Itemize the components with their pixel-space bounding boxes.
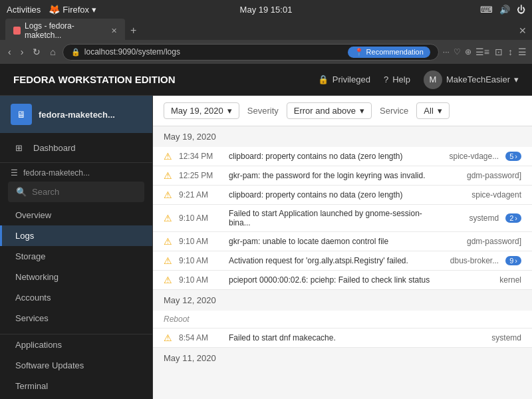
browser-menu-icons: ☰≡ ⊡ ↕ ☰ xyxy=(475,47,527,57)
date-filter[interactable]: May 19, 2020 ▾ xyxy=(164,102,239,119)
date-separator-may11: May 11, 2020 xyxy=(153,348,532,368)
sidebar-sub-section: Applications Software Updates Terminal xyxy=(0,334,152,396)
log-message: clipboard: property contains no data (ze… xyxy=(229,152,432,161)
service-filter[interactable]: All ▾ xyxy=(416,102,449,119)
chevron-down-icon: ▾ xyxy=(360,106,364,116)
active-tab[interactable]: Logs - fedora-maketch... ✕ xyxy=(5,19,125,43)
date-separator-may19: May 19, 2020 xyxy=(153,126,532,147)
log-message: pcieport 0000:00:02.6: pciehp: Failed to… xyxy=(229,275,455,285)
more-button[interactable]: ··· xyxy=(443,47,450,57)
sidebar-item-services[interactable]: Services xyxy=(0,308,152,329)
severity-label: Severity xyxy=(247,106,279,116)
address-bar: ‹ › ↻ ⌂ 🔒 localhost:9090/system/logs 📍 R… xyxy=(0,40,532,64)
os-bar: Activities 🦊 Firefox ▾ May 19 15:01 ⌨ 🔊 … xyxy=(0,0,532,19)
log-time: 12:34 PM xyxy=(179,152,222,161)
chevron-right-icon: › xyxy=(515,214,517,222)
browser-close-button[interactable]: ✕ xyxy=(519,25,527,36)
log-time: 9:10 AM xyxy=(179,237,222,246)
menu-button[interactable]: ☰ xyxy=(518,47,527,57)
sidebar-host-section: ☰ fedora-maketech... 🔍 Overview Logs Sto… xyxy=(0,162,152,329)
log-row[interactable]: ⚠ 9:10 AM pcieport 0000:00:02.6: pciehp:… xyxy=(153,271,532,290)
warning-icon: ⚠ xyxy=(164,190,172,200)
sidebar-item-networking[interactable]: Networking xyxy=(0,267,152,287)
app-header: FEDORA WORKSTATION EDITION 🔒 Privileged … xyxy=(0,64,532,96)
log-service: dbus-broker... xyxy=(439,256,499,265)
host-section-icon: ☰ xyxy=(11,168,18,178)
log-row[interactable]: ⚠ 12:25 PM gkr-pam: the password for the… xyxy=(153,166,532,186)
reboot-label: Reboot xyxy=(153,311,532,329)
log-service: gdm-password] xyxy=(462,237,521,246)
log-service: spice-vdage... xyxy=(439,152,499,161)
sidebar-item-accounts[interactable]: Accounts xyxy=(0,287,152,308)
warning-icon: ⚠ xyxy=(164,332,172,343)
host-icon: 🖥 xyxy=(11,104,32,125)
content-area: May 19, 2020 ▾ Severity Error and above … xyxy=(153,96,532,399)
home-button[interactable]: ⌂ xyxy=(47,45,58,59)
log-time: 9:10 AM xyxy=(179,256,222,265)
sync-icon[interactable]: ↕ xyxy=(508,47,513,57)
firefox-menu[interactable]: 🦊 Firefox ▾ xyxy=(49,4,96,15)
search-input[interactable] xyxy=(32,187,136,197)
sidebar-item-terminal[interactable]: Terminal xyxy=(0,376,152,396)
dashboard-icon: ⊞ xyxy=(11,140,27,156)
log-row[interactable]: ⚠ 12:34 PM clipboard: property contains … xyxy=(153,147,532,166)
log-row[interactable]: ⚠ 9:21 AM clipboard: property contains n… xyxy=(153,186,532,205)
activities-button[interactable]: Activities xyxy=(7,5,41,15)
log-row[interactable]: ⚠ 8:54 AM Failed to start dnf makecache.… xyxy=(153,329,532,348)
warning-icon: ⚠ xyxy=(164,170,172,181)
os-bar-left: Activities 🦊 Firefox ▾ xyxy=(7,4,96,15)
privileged-button[interactable]: 🔒 Privileged xyxy=(318,74,370,84)
sidebar: 🖥 fedora-maketech... ⊞ Dashboard ☰ fedor… xyxy=(0,96,153,399)
search-box[interactable]: 🔍 xyxy=(8,182,144,202)
filter-bar: May 19, 2020 ▾ Severity Error and above … xyxy=(153,96,532,126)
forward-button[interactable]: › xyxy=(18,45,27,59)
sidebar-item-dashboard[interactable]: ⊞ Dashboard xyxy=(0,133,152,162)
log-message: Activation request for 'org.ally.atspi.R… xyxy=(229,256,432,265)
main-layout: 🖥 fedora-maketech... ⊞ Dashboard ☰ fedor… xyxy=(0,96,532,399)
chevron-down-icon: ▾ xyxy=(514,74,519,84)
warning-icon: ⚠ xyxy=(164,255,172,266)
log-row[interactable]: ⚠ 9:10 AM Failed to start Application la… xyxy=(153,205,532,232)
power-icon: ⏻ xyxy=(517,5,525,15)
help-button[interactable]: ? Help xyxy=(384,74,410,84)
sidebar-host-label: ☰ fedora-maketech... xyxy=(0,163,152,179)
reader-view-icon[interactable]: ☰≡ xyxy=(475,47,489,57)
log-row[interactable]: ⚠ 9:10 AM Activation request for 'org.al… xyxy=(153,251,532,271)
log-message: gkr-pam: the password for the login keyr… xyxy=(229,171,455,180)
log-content[interactable]: May 19, 2020 ⚠ 12:34 PM clipboard: prope… xyxy=(153,126,532,399)
tab-title: Logs - fedora-maketch... xyxy=(25,21,104,40)
sidebar-item-overview[interactable]: Overview xyxy=(0,205,152,225)
bookmark-icon[interactable]: ♡ xyxy=(454,47,461,57)
back-button[interactable]: ‹ xyxy=(5,45,14,59)
new-tab-button[interactable]: + xyxy=(130,25,136,37)
reload-button[interactable]: ↻ xyxy=(30,45,43,59)
tab-favicon xyxy=(13,27,21,35)
os-system-icons: ⌨ 🔊 ⏻ xyxy=(480,5,525,15)
log-service: systemd xyxy=(462,333,521,342)
sidebar-host-item[interactable]: 🖥 fedora-maketech... xyxy=(0,96,152,133)
sidebar-item-applications[interactable]: Applications xyxy=(0,334,152,355)
pip-icon[interactable]: ⊡ xyxy=(495,47,503,57)
recommendation-badge: 📍 Recommendation xyxy=(348,47,430,58)
log-time: 12:25 PM xyxy=(179,171,222,180)
url-box[interactable]: 🔒 localhost:9090/system/logs 📍 Recommend… xyxy=(63,44,439,61)
log-row[interactable]: ⚠ 9:10 AM gkr-pam: unable to locate daem… xyxy=(153,232,532,251)
search-icon: 🔍 xyxy=(16,187,27,197)
sidebar-item-storage[interactable]: Storage xyxy=(0,246,152,267)
log-message: Failed to start dnf makecache. xyxy=(229,333,455,342)
chevron-down-icon: ▾ xyxy=(227,106,232,116)
warning-icon: ⚠ xyxy=(164,236,172,247)
extension-icon: ⊕ xyxy=(465,47,471,57)
volume-icon: 🔊 xyxy=(499,5,510,15)
lock-icon: 🔒 xyxy=(71,48,80,57)
warning-icon: ⚠ xyxy=(164,275,172,285)
user-menu[interactable]: M MakeTechEasier ▾ xyxy=(424,70,519,89)
log-badge: 2 › xyxy=(505,213,521,223)
log-service: kernel xyxy=(462,275,521,285)
tab-close-button[interactable]: ✕ xyxy=(111,27,117,35)
log-service: spice-vdagent xyxy=(462,190,521,200)
sidebar-item-software-updates[interactable]: Software Updates xyxy=(0,355,152,376)
sidebar-item-logs[interactable]: Logs xyxy=(0,225,152,246)
severity-filter[interactable]: Error and above ▾ xyxy=(287,102,372,119)
recommendation-icon: 📍 xyxy=(354,48,364,57)
